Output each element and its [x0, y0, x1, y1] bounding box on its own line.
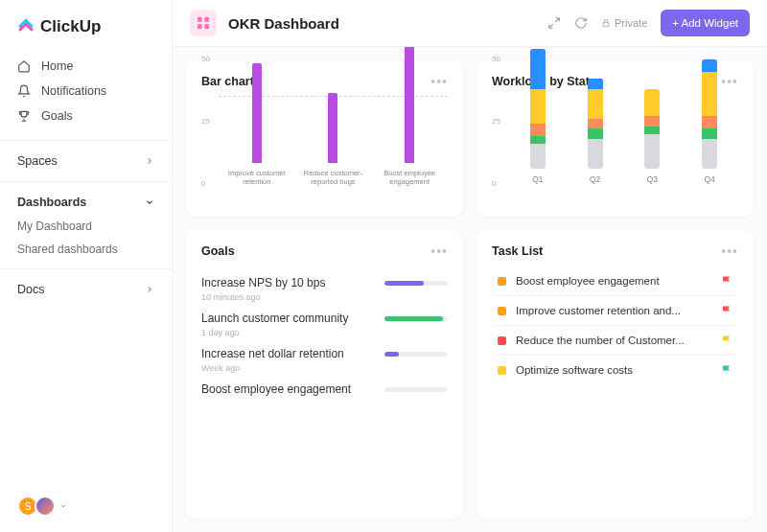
- goal-item[interactable]: Increase NPS by 10 bps10 minutes ago: [201, 276, 448, 302]
- task-name: Improve customer retention and...: [516, 305, 711, 316]
- goal-item[interactable]: Increase net dollar retentionWeek ago: [201, 347, 448, 373]
- bar-chart: 02550Improve customer retentionReduce cu…: [201, 97, 448, 203]
- lock-icon: [601, 18, 611, 28]
- section-label: Docs: [17, 283, 44, 296]
- svg-rect-4: [603, 23, 609, 27]
- task-item[interactable]: Reduce the number of Customer...: [492, 326, 738, 356]
- chevron-down-icon: [59, 502, 67, 510]
- dashboard-grid: Bar chart ••• 02550Improve customer rete…: [173, 47, 767, 532]
- stacked-bar-chart: 02550Q1Q2Q3Q4: [492, 97, 738, 203]
- grid-icon: [196, 15, 211, 31]
- progress-bar: [384, 316, 448, 321]
- main: OKR Dashboard Private + Add Widget Bar c…: [173, 0, 767, 532]
- card-bar-chart: Bar chart ••• 02550Improve customer rete…: [186, 60, 463, 217]
- svg-rect-3: [204, 24, 209, 29]
- task-item[interactable]: Improve customer retention and...: [492, 296, 738, 326]
- task-item[interactable]: Boost employee engagement: [492, 266, 738, 296]
- goal-timestamp: Week ago: [201, 363, 448, 373]
- brand-logo[interactable]: ClickUp: [0, 17, 172, 50]
- expand-icon[interactable]: [547, 16, 561, 30]
- status-square-icon: [498, 336, 506, 345]
- card-goals: Goals ••• Increase NPS by 10 bps10 minut…: [186, 230, 463, 519]
- svg-rect-2: [198, 24, 202, 29]
- sidebar-item-my-dashboard[interactable]: My Dashboard: [0, 215, 172, 238]
- section-label: Spaces: [17, 154, 58, 168]
- nav-notifications[interactable]: Notifications: [0, 79, 172, 104]
- trophy-icon: [17, 109, 31, 123]
- goal-item[interactable]: Launch customer community1 day ago: [201, 312, 448, 337]
- status-square-icon: [498, 366, 506, 375]
- section-label: Dashboards: [17, 196, 86, 209]
- card-tasks: Task List ••• Boost employee engagementI…: [476, 230, 754, 519]
- status-square-icon: [498, 277, 506, 286]
- section-dashboards[interactable]: Dashboards: [0, 190, 172, 215]
- card-menu-icon[interactable]: •••: [430, 243, 448, 259]
- primary-nav: Home Notifications Goals: [0, 50, 172, 132]
- chevron-down-icon: [145, 197, 154, 207]
- section-docs[interactable]: Docs: [0, 277, 172, 302]
- refresh-icon[interactable]: [574, 16, 588, 30]
- flag-icon: [721, 364, 732, 376]
- task-item[interactable]: Optimize software costs: [492, 356, 738, 384]
- avatar: [35, 496, 56, 517]
- task-list: Boost employee engagementImprove custome…: [492, 266, 738, 384]
- top-actions: Private + Add Widget: [547, 10, 750, 36]
- goal-timestamp: 1 day ago: [201, 328, 448, 337]
- sidebar-item-shared-dashboards[interactable]: Shared dashboards: [0, 238, 172, 261]
- clickup-logo-icon: [17, 18, 35, 35]
- flag-icon: [721, 335, 732, 346]
- page-title: OKR Dashboard: [228, 15, 536, 32]
- card-title: Task List: [492, 244, 543, 258]
- goal-name: Increase net dollar retention: [201, 347, 375, 360]
- progress-bar: [384, 387, 448, 392]
- avatar-stack[interactable]: S: [17, 496, 67, 517]
- goal-name: Boost employee engagement: [201, 382, 375, 396]
- goal-name: Increase NPS by 10 bps: [201, 276, 375, 289]
- nav-goals[interactable]: Goals: [0, 104, 172, 128]
- home-icon: [17, 59, 31, 73]
- add-widget-button[interactable]: + Add Widget: [661, 10, 750, 36]
- nav-label: Goals: [41, 109, 73, 123]
- goal-timestamp: 10 minutes ago: [201, 292, 448, 302]
- privacy-indicator[interactable]: Private: [601, 17, 647, 29]
- task-name: Boost employee engagement: [516, 275, 711, 287]
- status-square-icon: [498, 307, 506, 315]
- card-workload: Workload by Status ••• 02550Q1Q2Q3Q4: [476, 60, 754, 217]
- chevron-right-icon: [145, 285, 154, 294]
- bell-icon: [17, 84, 31, 98]
- task-name: Optimize software costs: [516, 364, 711, 376]
- dashboard-icon: [190, 10, 217, 36]
- sidebar: ClickUp Home Notifications Goals Spaces: [0, 0, 173, 532]
- goals-list: Increase NPS by 10 bps10 minutes agoLaun…: [201, 266, 448, 399]
- flag-icon: [721, 305, 732, 316]
- progress-bar: [384, 352, 448, 357]
- card-title: Goals: [201, 244, 235, 258]
- nav-label: Notifications: [41, 84, 106, 98]
- svg-rect-1: [204, 17, 209, 22]
- flag-icon: [721, 275, 732, 287]
- goal-name: Launch customer community: [201, 312, 375, 325]
- card-menu-icon[interactable]: •••: [721, 74, 738, 89]
- card-menu-icon[interactable]: •••: [721, 243, 738, 259]
- goal-item[interactable]: Boost employee engagement: [201, 382, 448, 396]
- nav-home[interactable]: Home: [0, 54, 172, 79]
- topbar: OKR Dashboard Private + Add Widget: [173, 0, 767, 47]
- section-spaces[interactable]: Spaces: [0, 149, 172, 173]
- svg-rect-0: [198, 17, 202, 22]
- nav-label: Home: [41, 59, 73, 73]
- task-name: Reduce the number of Customer...: [516, 335, 711, 346]
- progress-bar: [384, 281, 448, 286]
- brand-name: ClickUp: [40, 17, 101, 36]
- chevron-right-icon: [145, 156, 154, 166]
